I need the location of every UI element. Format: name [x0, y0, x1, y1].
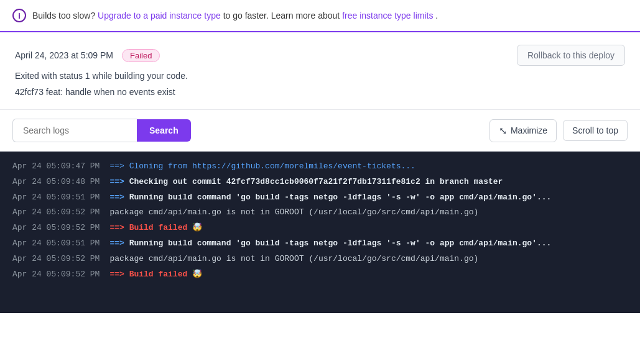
log-timestamp: Apr 24 05:09:51 PM: [12, 237, 100, 250]
log-controls: ⤡ Maximize Scroll to top: [489, 119, 628, 142]
upgrade-link[interactable]: Upgrade to a paid instance type: [98, 11, 221, 20]
scroll-top-button[interactable]: Scroll to top: [563, 120, 628, 141]
log-timestamp: Apr 24 05:09:47 PM: [12, 160, 100, 173]
commit-hash: 42fcf73: [15, 87, 44, 97]
exit-message: Exited with status 1 while building your…: [15, 71, 625, 81]
maximize-label: Maximize: [511, 125, 547, 135]
log-line: Apr 24 05:09:48 PM==> Checking out commi…: [0, 175, 640, 190]
log-content: ==> Build failed 🤯: [109, 268, 202, 281]
log-timestamp: Apr 24 05:09:51 PM: [12, 191, 100, 204]
banner-text-after: .: [435, 11, 438, 20]
search-section: Search ⤡ Maximize Scroll to top: [0, 110, 640, 152]
log-timestamp: Apr 24 05:09:52 PM: [12, 253, 100, 266]
info-icon: i: [12, 9, 26, 22]
log-terminal: Apr 24 05:09:47 PM==> Cloning from https…: [0, 152, 640, 313]
commit-info: 42fcf73 feat: handle when no events exis…: [15, 87, 625, 97]
log-timestamp: Apr 24 05:09:52 PM: [12, 268, 100, 281]
log-content: ==> Cloning from https://github.com/more…: [109, 160, 415, 173]
log-line: Apr 24 05:09:52 PM==> Build failed 🤯: [0, 267, 640, 283]
deploy-section: April 24, 2023 at 5:09 PM Failed Rollbac…: [0, 32, 640, 110]
log-timestamp: Apr 24 05:09:48 PM: [12, 176, 100, 189]
search-input[interactable]: [12, 119, 137, 142]
log-line: Apr 24 05:09:52 PM==> Build failed 🤯: [0, 221, 640, 236]
free-limits-link[interactable]: free instance type limits: [342, 11, 433, 20]
maximize-icon: ⤡: [499, 125, 507, 137]
log-content: ==> Running build command 'go build -tag…: [109, 191, 551, 204]
banner-text-before: Builds too slow?: [32, 11, 95, 20]
log-content: ==> Checking out commit 42fcf73d8cc1cb00…: [109, 176, 503, 189]
log-timestamp: Apr 24 05:09:52 PM: [12, 222, 100, 235]
log-content: package cmd/api/main.go is not in GOROOT…: [109, 206, 478, 219]
status-badge: Failed: [122, 49, 160, 62]
log-timestamp: Apr 24 05:09:52 PM: [12, 206, 100, 219]
upgrade-banner: i Builds too slow? Upgrade to a paid ins…: [0, 0, 640, 32]
log-content: package cmd/api/main.go is not in GOROOT…: [109, 253, 478, 266]
banner-text: Builds too slow? Upgrade to a paid insta…: [32, 11, 438, 20]
log-line: Apr 24 05:09:51 PM==> Running build comm…: [0, 236, 640, 252]
log-content: ==> Build failed 🤯: [109, 222, 202, 235]
maximize-button[interactable]: ⤡ Maximize: [489, 119, 557, 142]
deploy-date: April 24, 2023 at 5:09 PM: [15, 50, 113, 60]
deploy-header: April 24, 2023 at 5:09 PM Failed Rollbac…: [15, 45, 625, 66]
rollback-button[interactable]: Rollback to this deploy: [517, 45, 625, 66]
search-button[interactable]: Search: [137, 119, 191, 142]
log-line: Apr 24 05:09:47 PM==> Cloning from https…: [0, 159, 640, 175]
commit-message: feat: handle when no events exist: [44, 87, 175, 97]
log-line: Apr 24 05:09:52 PMpackage cmd/api/main.g…: [0, 205, 640, 221]
log-content: ==> Running build command 'go build -tag…: [109, 237, 551, 250]
search-controls: Search: [12, 119, 191, 142]
deploy-meta: April 24, 2023 at 5:09 PM Failed: [15, 49, 160, 62]
log-line: Apr 24 05:09:51 PM==> Running build comm…: [0, 190, 640, 206]
banner-text-middle: to go faster. Learn more about: [223, 11, 342, 20]
log-line: Apr 24 05:09:52 PMpackage cmd/api/main.g…: [0, 252, 640, 267]
